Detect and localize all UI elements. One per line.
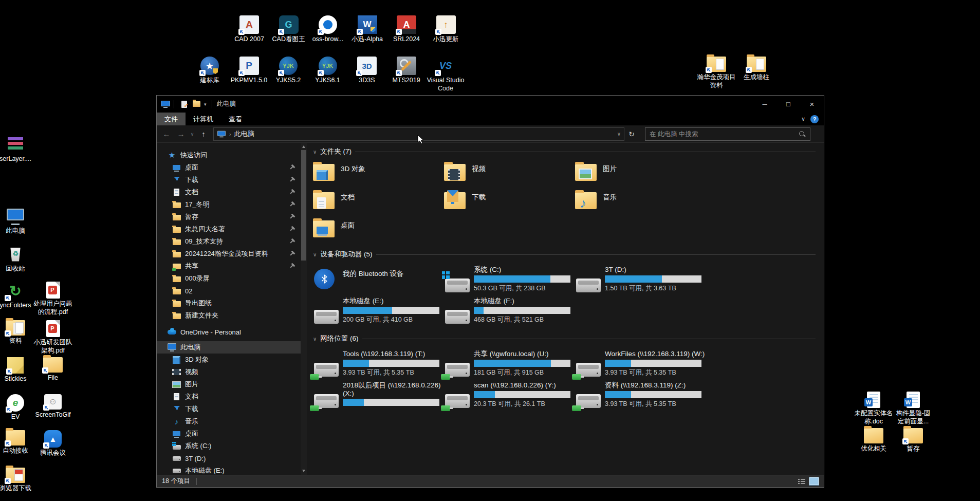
- address-dropdown-chevron-icon[interactable]: ∨: [617, 131, 621, 137]
- sidebar-item-文档[interactable]: 文档: [157, 391, 307, 403]
- desktop-icon[interactable]: 处理用户问题的流程.pdf: [33, 282, 73, 316]
- drive-tile[interactable]: 系统 (C:)50.3 GB 可用, 共 238 GB: [444, 266, 575, 294]
- sidebar-item-09_技术支持[interactable]: 09_技术支持: [157, 235, 307, 248]
- folder-tile[interactable]: 下载: [444, 191, 575, 213]
- drive-tile[interactable]: 3T (D:)1.50 TB 可用, 共 3.63 TB: [575, 266, 706, 294]
- desktop-icon[interactable]: 未配置实体名称.doc: [854, 392, 894, 425]
- sidebar-this-pc[interactable]: 此电脑: [157, 341, 307, 354]
- sidebar-item-桌面[interactable]: 桌面: [157, 161, 307, 174]
- sidebar-quick-access[interactable]: ★快速访问: [157, 149, 307, 161]
- desktop-icon[interactable]: 3D3D3S: [347, 57, 387, 85]
- drive-tile[interactable]: 我的 Bluetooth 设备: [313, 266, 444, 294]
- desktop-icon[interactable]: YJKYJKS6.1: [308, 57, 348, 85]
- desktop-icon[interactable]: 此电脑: [0, 207, 35, 235]
- folder-tile[interactable]: 桌面: [313, 219, 444, 242]
- desktop-icon[interactable]: ★建标库: [190, 57, 230, 85]
- scrollbar-thumb[interactable]: [301, 150, 306, 261]
- desktop-icon[interactable]: ASRL2024: [386, 15, 427, 44]
- sidebar-item-新建文件夹[interactable]: 新建文件夹: [157, 309, 307, 322]
- folder-tile[interactable]: 视频: [444, 163, 575, 185]
- forward-button[interactable]: →: [174, 127, 188, 141]
- section-header[interactable]: ∨文件夹 (7): [313, 147, 820, 156]
- sidebar-onedrive[interactable]: OneDrive - Personal: [157, 326, 307, 338]
- up-button[interactable]: ↑: [197, 127, 210, 141]
- drive-tile[interactable]: 2018以后项目 (\\192.168.0.226) (X:): [313, 381, 444, 410]
- sidebar-item-下载[interactable]: 下载: [157, 174, 307, 186]
- sidebar-item-下载[interactable]: 下载: [157, 403, 307, 415]
- search-box[interactable]: [645, 127, 810, 141]
- recent-locations-chevron[interactable]: ∨: [189, 127, 196, 141]
- desktop-icon[interactable]: Stickies: [0, 357, 35, 383]
- desktop-icon[interactable]: File: [33, 357, 73, 382]
- details-view-button[interactable]: [797, 477, 806, 485]
- section-header[interactable]: ∨网络位置 (6): [313, 334, 820, 343]
- desktop-icon[interactable]: 暂存: [893, 428, 933, 453]
- desktop-icon[interactable]: oss-brow...: [308, 15, 348, 44]
- desktop-icon[interactable]: ☺ScreenToGif: [33, 394, 73, 419]
- desktop-icon[interactable]: 构件显隐-固定前面显...: [893, 392, 933, 425]
- sidebar-item-朱总四大名著[interactable]: 朱总四大名著: [157, 223, 307, 235]
- folder-tile[interactable]: 3D 对象: [313, 163, 444, 185]
- title-bar[interactable]: ✓ ▾ 此电脑 ─ □ ×: [157, 96, 824, 113]
- tab-查看[interactable]: 查看: [221, 113, 250, 125]
- quick-access-properties-button[interactable]: ✓: [179, 99, 189, 109]
- drive-tile[interactable]: 本地磁盘 (E:)200 GB 可用, 共 410 GB: [313, 297, 444, 326]
- search-input[interactable]: [650, 131, 799, 138]
- desktop-icon[interactable]: ACAD 2007: [229, 15, 269, 44]
- address-bar[interactable]: › 此电脑 ∨: [213, 127, 624, 141]
- back-button[interactable]: ←: [160, 127, 173, 141]
- desktop-icon[interactable]: 小迅研发团队架构.pdf: [33, 320, 73, 355]
- folder-tile[interactable]: 图片: [575, 163, 706, 185]
- desktop-icon[interactable]: YJKYJKS5.2: [268, 57, 308, 85]
- section-header[interactable]: ∨设备和驱动器 (5): [313, 250, 820, 259]
- drive-tile[interactable]: 资料 (\\192.168.3.119) (Z:)3.93 TB 可用, 共 5…: [575, 381, 706, 410]
- desktop-icon[interactable]: MTS2019: [386, 57, 427, 85]
- desktop-icon[interactable]: eEV: [0, 394, 35, 421]
- desktop-icon[interactable]: 优化相关: [854, 428, 894, 453]
- search-icon[interactable]: [799, 131, 806, 138]
- sidebar-item-02[interactable]: 02: [157, 285, 307, 297]
- scroll-down-icon[interactable]: [302, 470, 305, 472]
- desktop-icon[interactable]: 自动接收: [0, 430, 35, 455]
- sidebar-item-音乐[interactable]: ♪音乐: [157, 415, 307, 428]
- large-icons-view-button[interactable]: [809, 477, 819, 485]
- desktop-icon[interactable]: W小迅-Alpha: [347, 15, 387, 44]
- quick-access-new-folder-button[interactable]: [191, 99, 201, 109]
- sidebar-item-暂存[interactable]: 暂存: [157, 211, 307, 223]
- sidebar-item-20241224瀚华金茂项目资料[interactable]: 20241224瀚华金茂项目资料: [157, 248, 307, 260]
- scroll-up-icon[interactable]: [302, 145, 305, 148]
- desktop-icon[interactable]: VSVisual Studio Code: [426, 57, 466, 92]
- sidebar-item-文档[interactable]: 文档: [157, 186, 307, 198]
- desktop-icon[interactable]: ↻yncFolders: [0, 282, 35, 310]
- tab-计算机[interactable]: 计算机: [186, 113, 221, 125]
- sidebar-item-3T (D:)[interactable]: 3T (D:): [157, 452, 307, 465]
- refresh-button[interactable]: ↻: [625, 128, 638, 140]
- help-icon[interactable]: ?: [810, 115, 819, 123]
- sidebar-item-图片[interactable]: 图片: [157, 378, 307, 391]
- close-button[interactable]: ×: [800, 96, 824, 113]
- sidebar-item-000录屏[interactable]: 000录屏: [157, 272, 307, 285]
- desktop-icon[interactable]: ↑小迅更新: [426, 15, 466, 44]
- maximize-button[interactable]: □: [776, 96, 800, 113]
- breadcrumb[interactable]: 此电脑: [234, 129, 254, 139]
- desktop-icon[interactable]: serLayer....: [0, 135, 35, 163]
- sidebar-item-3D 对象[interactable]: 3D 对象: [157, 354, 307, 366]
- customize-toolbar-chevron-icon[interactable]: ▾: [204, 102, 207, 107]
- desktop-icon[interactable]: 浏览器下载: [0, 468, 35, 493]
- drive-tile[interactable]: 本地磁盘 (F:)468 GB 可用, 共 521 GB: [444, 297, 575, 326]
- sidebar-scrollbar[interactable]: [301, 143, 307, 475]
- folder-tile[interactable]: 文档: [313, 191, 444, 213]
- desktop-icon[interactable]: GCAD看图王: [269, 15, 309, 44]
- drive-tile[interactable]: 共享 (\\gwforu.local) (U:)181 GB 可用, 共 915…: [444, 350, 575, 379]
- drive-tile[interactable]: Tools (\\192.168.3.119) (T:)3.93 TB 可用, …: [313, 350, 444, 379]
- sidebar-item-视频[interactable]: 视频: [157, 366, 307, 378]
- tab-文件[interactable]: 文件: [157, 113, 186, 125]
- desktop-icon[interactable]: PPKPMV1.5.0: [229, 57, 269, 85]
- expand-ribbon-chevron-icon[interactable]: ∨: [801, 116, 805, 122]
- sidebar-item-桌面[interactable]: 桌面: [157, 428, 307, 440]
- folder-tile[interactable]: 音乐: [575, 191, 706, 213]
- sidebar-item-导出图纸[interactable]: 导出图纸: [157, 297, 307, 309]
- sidebar-item-17_冬明[interactable]: 17_冬明: [157, 198, 307, 211]
- drive-tile[interactable]: scan (\\192.168.0.226) (Y:)20.3 TB 可用, 共…: [444, 381, 575, 410]
- desktop-icon[interactable]: ▲腾讯会议: [33, 430, 73, 457]
